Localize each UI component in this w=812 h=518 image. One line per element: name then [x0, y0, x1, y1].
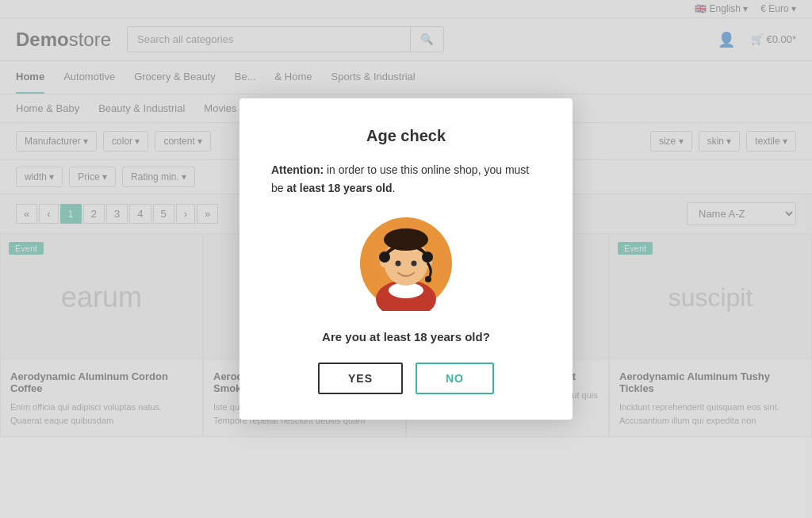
modal-title: Age check	[271, 127, 541, 145]
attention-label: Attention:	[271, 163, 324, 176]
svg-point-9	[422, 251, 433, 263]
age-avatar	[358, 216, 454, 311]
age-check-modal: Age check Attention: in order to use thi…	[239, 98, 573, 420]
modal-buttons: YES NO	[271, 363, 541, 394]
svg-point-11	[396, 260, 401, 266]
svg-point-12	[412, 260, 417, 266]
no-button[interactable]: NO	[416, 363, 494, 394]
modal-question: Are you at least 18 years old?	[271, 330, 541, 343]
svg-point-8	[379, 251, 390, 263]
modal-attention-text: Attention: in order to use this online s…	[271, 161, 541, 197]
modal-overlay: Age check Attention: in order to use thi…	[0, 0, 812, 437]
yes-button[interactable]: YES	[318, 363, 403, 394]
svg-point-10	[425, 276, 431, 282]
svg-point-5	[384, 228, 428, 251]
attention-bold: at least 18 years old	[286, 182, 392, 194]
